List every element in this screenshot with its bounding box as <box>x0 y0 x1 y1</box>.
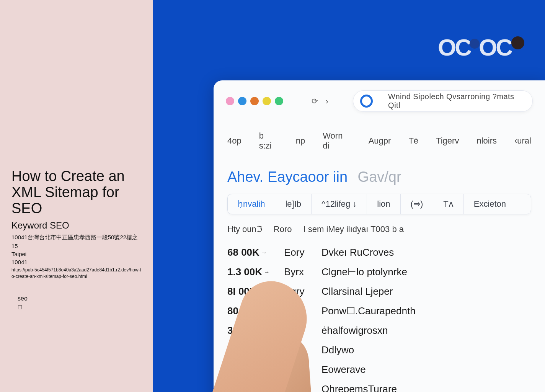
tab-item[interactable]: b s:zi <box>259 131 278 151</box>
address-bar-text: Wnind Sipolech Qvsarroning ?mats Qitl <box>388 92 525 110</box>
browser-window: ⟳ › Wnind Sipolech Qvsarroning ?mats Qit… <box>214 80 545 392</box>
tag-label[interactable]: seo <box>11 295 142 302</box>
reload-icon[interactable]: ⟳ <box>312 96 318 106</box>
row-label: Clgne⊢lo ptolynrke <box>321 266 531 278</box>
site-ring-icon <box>360 95 373 108</box>
row-label: Eowerave <box>321 364 531 376</box>
traffic-lights <box>226 97 283 105</box>
tab-item[interactable]: nloirs <box>476 136 497 146</box>
brand-logo: OCOC <box>438 34 524 61</box>
city: Taipei <box>11 251 142 257</box>
tab-item[interactable]: ‹ural <box>514 136 531 146</box>
headline-secondary: Gav/qr <box>358 169 401 185</box>
tab-item[interactable]: Worn di <box>323 131 351 151</box>
tab-strip: 4op b s:zi np Worn di Augpr Tē Tigerv nl… <box>214 122 545 158</box>
window-dot[interactable] <box>250 97 259 105</box>
address-line-1: 10041台灣台北市中正區忠孝西路一段50號22樓之 <box>11 234 142 241</box>
tag-icon: ☐ <box>11 304 142 310</box>
filter-bar: ḥnvalih le]Ib ^12lifeg ↓ lion (⇒) Tʌ Exc… <box>227 194 531 214</box>
headline-main: Ahev. Eaycaoor iin <box>227 169 348 185</box>
address-bar[interactable]: Wnind Sipolech Qvsarroning ?mats Qitl <box>353 90 533 112</box>
tab-item[interactable]: np <box>296 136 305 146</box>
filter-cell[interactable]: ḥnvalih <box>228 194 275 214</box>
filter-cell[interactable]: lion <box>367 194 400 214</box>
row-label: ėhalfowigrosxn <box>321 325 531 336</box>
source-url[interactable]: https://pub-5c454f571b8e40a3a2aad27ade84… <box>11 267 142 280</box>
subhead-cell: I sem iMey ilıdyaı T003 b a <box>304 224 404 234</box>
row-label: OhrepemsTurare <box>321 383 531 392</box>
window-dot[interactable] <box>263 97 271 105</box>
filter-cell[interactable]: Excieton <box>464 194 516 214</box>
tab-item[interactable]: 4op <box>227 136 241 146</box>
filter-cell[interactable]: ^12lifeg ↓ <box>312 194 367 214</box>
postal-code: 10041 <box>11 259 142 265</box>
row-label: Ddlywo <box>321 344 531 356</box>
subhead-cell: Roro <box>274 224 292 234</box>
browser-chrome: ⟳ › Wnind Sipolech Qvsarroning ?mats Qit… <box>214 80 545 122</box>
article-subtitle: Keyword SEO <box>11 220 142 231</box>
window-dot[interactable] <box>226 97 234 105</box>
subhead-cell: Hty ounℑ <box>227 224 262 234</box>
address-line-2: 15 <box>11 243 142 249</box>
forward-icon[interactable]: › <box>326 97 328 106</box>
window-dot[interactable] <box>238 97 246 105</box>
tab-item[interactable]: Tigerv <box>436 136 459 146</box>
hand-illustration <box>214 249 313 392</box>
tab-item[interactable]: Augpr <box>369 136 391 146</box>
hero-area: OCOC ⟳ › Wnind Sipolech Qvsarroning ?mat… <box>153 0 545 392</box>
row-label: Ponw☐.Caurapednth <box>321 305 531 317</box>
row-label: Cllarsinal Ljeper <box>321 286 531 297</box>
filter-cell[interactable]: (⇒) <box>401 194 434 214</box>
filter-cell[interactable]: Tʌ <box>433 194 463 214</box>
sub-header: Hty ounℑ Roro I sem iMey ilıdyaı T003 b … <box>227 224 531 234</box>
page-headline: Ahev. Eaycaoor iin Gav/qr <box>227 169 531 185</box>
row-label: Dvkeı RuCroves <box>321 247 531 258</box>
tab-item[interactable]: Tē <box>408 136 418 146</box>
window-dot[interactable] <box>275 97 283 105</box>
article-title: How to Create an XML Sitemap for SEO <box>11 168 142 216</box>
filter-cell[interactable]: le]Ib <box>275 194 312 214</box>
sidebar: How to Create an XML Sitemap for SEO Key… <box>0 0 153 392</box>
